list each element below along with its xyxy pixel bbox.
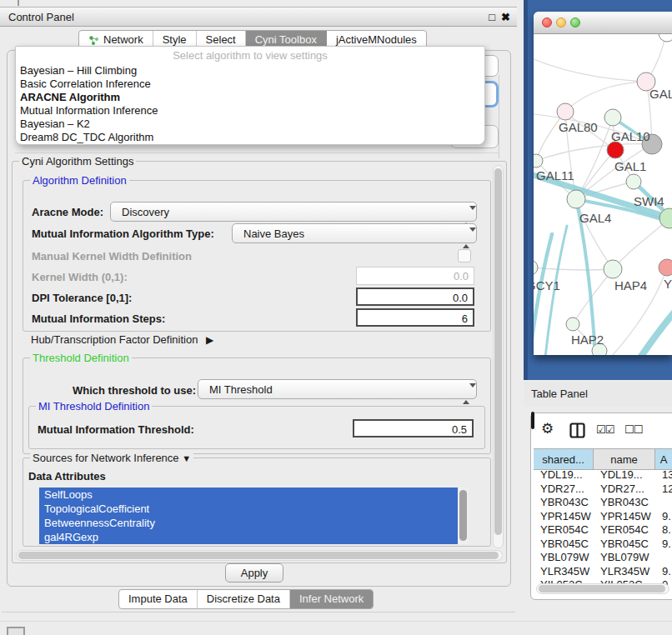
attributes-scrollbar[interactable] xyxy=(458,488,469,544)
table-cell xyxy=(655,551,672,565)
algorithm-option-mutual-information-inference[interactable]: Mutual Information Inference xyxy=(16,104,484,118)
network-node-label: GAL11 xyxy=(536,168,574,182)
which-threshold-select[interactable]: MI Threshold xyxy=(198,379,477,399)
data-attribute-gal4rgexp[interactable]: gal4RGexp xyxy=(39,530,469,544)
mi-type-select[interactable]: Naive Bayes xyxy=(232,223,477,243)
table-row[interactable]: YPR145WYPR145W9. xyxy=(534,510,672,524)
tab-discretize-data[interactable]: Discretize Data xyxy=(198,590,290,608)
network-node-gal10[interactable] xyxy=(604,109,621,126)
network-window: GALGAL80GAL10GAL1GAL11GAL4SWI4GCY1HAP4YH… xyxy=(534,12,672,355)
algorithm-option-bayesian-k2[interactable]: Bayesian – K2 xyxy=(16,118,484,131)
float-window-icon[interactable]: □ xyxy=(489,11,495,23)
data-attribute-betweennesscentrality[interactable]: BetweennessCentrality xyxy=(39,516,469,530)
data-attributes-label: Data Attributes xyxy=(28,470,106,482)
algorithm-dropdown-popup: Select algorithm to view settings Bayesi… xyxy=(15,46,485,145)
hub-expand-icon[interactable]: ▶ xyxy=(206,334,213,346)
kernel-width-field[interactable]: 0.0 xyxy=(356,267,474,285)
table-cell: YDR27... xyxy=(594,482,655,497)
table-panel-title: Table Panel xyxy=(524,382,672,407)
network-node-hap2[interactable] xyxy=(566,318,579,331)
network-window-titlebar[interactable] xyxy=(534,12,672,34)
network-node-label: GAL10 xyxy=(611,129,650,143)
aracne-mode-value: Discovery xyxy=(122,206,169,218)
panel-grip[interactable] xyxy=(7,627,25,635)
hub-definition-label: Hub/Transcription Factor Definition xyxy=(31,333,198,346)
manual-kernel-checkbox[interactable] xyxy=(458,249,471,262)
column-header-third[interactable]: A xyxy=(655,449,672,469)
minimize-traffic-light[interactable] xyxy=(556,18,566,28)
network-node-gcy1[interactable] xyxy=(534,260,538,275)
mi-type-label: Mutual Information Algorithm Type: xyxy=(32,228,214,240)
dpi-tolerance-field[interactable]: 0.0 xyxy=(356,288,474,306)
algorithm-definition-group: Algorithm Definition Aracne Mode: Discov… xyxy=(23,180,491,332)
table-horizontal-scrollbar[interactable] xyxy=(536,583,669,594)
apply-button[interactable]: Apply xyxy=(225,563,283,582)
hub-definition-toggle[interactable]: Hub/Transcription Factor Definition ▶ xyxy=(31,333,213,346)
close-traffic-light[interactable] xyxy=(542,18,552,28)
algorithm-option-bayesian-hill-climbing[interactable]: Bayesian – Hill Climbing xyxy=(16,64,484,78)
tab-discretize-data-label: Discretize Data xyxy=(207,590,280,608)
export-table-icon[interactable] xyxy=(531,412,534,429)
table-cell: YBR045C xyxy=(534,538,594,552)
table-row[interactable]: YDL19...YDL19...13 xyxy=(534,468,672,482)
network-node-label: SWI4 xyxy=(634,194,664,208)
table-cell: YER054C xyxy=(594,523,655,538)
columns-icon[interactable] xyxy=(569,422,585,438)
network-node-y[interactable] xyxy=(659,259,672,276)
network-node-hap4[interactable] xyxy=(604,260,622,278)
table-cell: 12 xyxy=(655,482,672,497)
tab-impute-data[interactable]: Impute Data xyxy=(119,590,198,608)
network-node-gal1[interactable] xyxy=(626,174,641,189)
table-cell: 9. xyxy=(655,510,672,524)
table-row[interactable]: YBL079WYBL079W xyxy=(534,551,672,565)
screen: Control Panel □ ✖ NetworkStyleSelectCyni… xyxy=(0,0,672,635)
tab-infer-network[interactable]: Infer Network xyxy=(290,590,373,608)
network-node-label: GAL80 xyxy=(559,120,598,134)
deselect-all-checkboxes-icon[interactable]: ☐☐ xyxy=(624,423,642,436)
network-node-label: HAP2 xyxy=(571,332,604,347)
table-cell: YBR043C xyxy=(594,496,655,510)
network-node-gal4[interactable] xyxy=(567,190,585,208)
data-attribute-selfloops[interactable]: SelfLoops xyxy=(39,488,469,502)
algorithm-option-basic-correlation-inference[interactable]: Basic Correlation Inference xyxy=(16,78,484,91)
settings-horizontal-scrollbar[interactable] xyxy=(16,550,503,561)
algorithm-options: Bayesian – Hill ClimbingBasic Correlatio… xyxy=(16,64,484,144)
mi-steps-field[interactable]: 6 xyxy=(356,308,474,327)
column-header-name[interactable]: name xyxy=(594,449,655,469)
gear-icon[interactable]: ⚙ xyxy=(541,420,554,438)
algorithm-dropdown-placeholder: Select algorithm to view settings xyxy=(16,47,484,64)
network-node-gal11[interactable] xyxy=(534,154,543,168)
network-node-label: GAL xyxy=(649,87,672,101)
network-node-gal80[interactable] xyxy=(557,103,574,120)
table-row[interactable]: YBR045CYBR045C9. xyxy=(534,538,672,552)
tab-infer-network-label: Infer Network xyxy=(299,590,364,608)
dpi-tolerance-label: DPI Tolerance [0,1]: xyxy=(32,292,132,304)
table-row[interactable]: YBR043CYBR043C xyxy=(534,496,672,510)
zoom-traffic-light[interactable] xyxy=(570,18,580,28)
table-row[interactable]: YLR345WYLR345W9. xyxy=(534,565,672,579)
table-header-row: shared... name A xyxy=(534,448,672,470)
control-panel-title: Control Panel xyxy=(8,11,74,23)
table-row[interactable]: YER054CYER054C8. xyxy=(534,523,672,538)
mi-threshold-field[interactable]: 0.5 xyxy=(353,419,474,438)
algorithm-option-dream8-dc-tdc-algorithm[interactable]: Dream8 DC_TDC Algorithm xyxy=(16,131,484,144)
network-node[interactable] xyxy=(607,142,624,158)
mi-type-value: Naive Bayes xyxy=(243,228,304,240)
sources-expand-icon[interactable]: ▼ xyxy=(182,453,191,463)
column-header-shared[interactable]: shared... xyxy=(534,449,594,469)
kernel-width-label: Kernel Width (0,1): xyxy=(32,271,128,283)
table-cell: YBR043C xyxy=(534,496,594,510)
sources-title[interactable]: Sources for Network Inference ▼ xyxy=(30,452,193,464)
data-attribute-topologicalcoefficient[interactable]: TopologicalCoefficient xyxy=(39,502,469,516)
algorithm-option-aracne-algorithm[interactable]: ARACNE Algorithm xyxy=(16,91,484,104)
network-canvas[interactable]: GALGAL80GAL10GAL1GAL11GAL4SWI4GCY1HAP4YH… xyxy=(534,34,672,355)
table-row[interactable]: YDR27...YDR27...12 xyxy=(534,482,672,497)
close-window-icon[interactable]: ✖ xyxy=(501,11,510,23)
sources-title-text: Sources for Network Inference xyxy=(33,452,179,464)
network-node[interactable] xyxy=(659,34,672,42)
control-panel-titlebar: Control Panel □ ✖ xyxy=(0,7,517,27)
settings-group-title: Cyni Algorithm Settings xyxy=(19,155,136,168)
aracne-mode-select[interactable]: Discovery xyxy=(110,202,477,222)
select-all-checkboxes-icon[interactable]: ☑☑ xyxy=(596,423,614,436)
settings-vertical-scrollbar[interactable] xyxy=(493,165,504,548)
